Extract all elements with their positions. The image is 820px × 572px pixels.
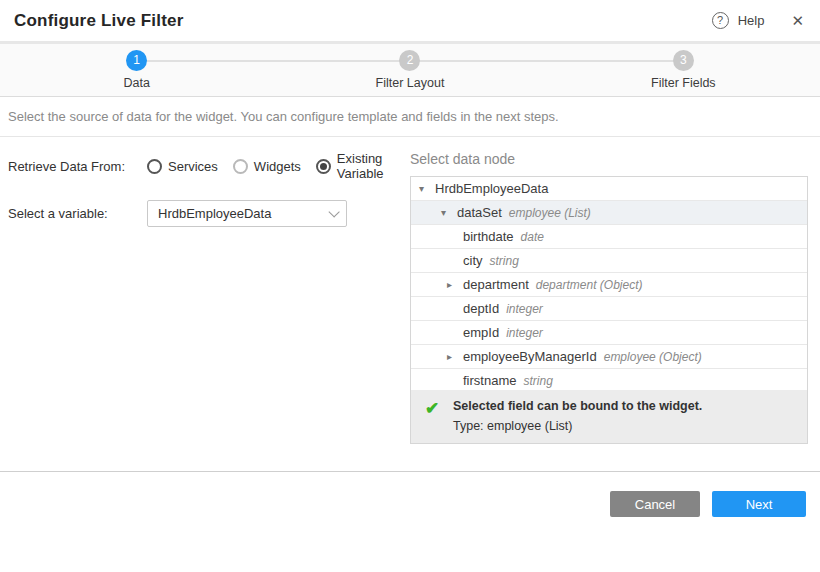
header-actions: ? Help ✕: [712, 12, 804, 30]
tree-node-city[interactable]: citystring: [411, 249, 807, 273]
main-content: Retrieve Data From: ServicesWidgetsExist…: [0, 137, 820, 459]
tree-node-name: empId: [463, 325, 499, 340]
tree-node-dataSet[interactable]: ▾dataSetemployee (List): [411, 201, 807, 225]
page-title: Configure Live Filter: [14, 11, 184, 31]
stepper-steps: 1Data2Filter Layout3Filter Fields: [0, 50, 820, 96]
variable-select-value: HrdbEmployeeData: [158, 206, 328, 221]
step-label: Filter Fields: [651, 76, 716, 90]
binding-status-text: Selected field can be bound to the widge…: [453, 399, 702, 433]
tree-node-type: string: [523, 374, 552, 388]
radio-option-label: Existing Variable: [337, 151, 410, 181]
binding-status-box: ✔ Selected field can be bound to the wid…: [411, 390, 807, 443]
tree-node-name: city: [463, 253, 483, 268]
radio-option-widgets[interactable]: Widgets: [233, 159, 301, 174]
tree-node-birthdate[interactable]: birthdatedate: [411, 225, 807, 249]
close-icon[interactable]: ✕: [791, 12, 804, 30]
tree-node-type: date: [521, 230, 544, 244]
step-number-badge: 3: [673, 50, 694, 71]
tree-node-type: employee (List): [509, 206, 591, 220]
radio-button-icon: [233, 159, 248, 174]
binding-status-line1: Selected field can be bound to the widge…: [453, 399, 702, 413]
radio-button-icon: [147, 159, 162, 174]
tree-node-name: HrdbEmployeeData: [435, 181, 548, 196]
tree-node-type: integer: [506, 326, 543, 340]
radio-option-label: Services: [168, 159, 218, 174]
tree-node-name: deptId: [463, 301, 499, 316]
cancel-button[interactable]: Cancel: [610, 491, 700, 517]
tree-node-name: firstname: [463, 373, 516, 388]
tree-node-firstname[interactable]: firstnamestring: [411, 369, 807, 390]
tree-node-name: dataSet: [457, 205, 502, 220]
chevron-down-icon: [328, 206, 339, 217]
data-node-tree-box: ▾HrdbEmployeeData▾dataSetemployee (List)…: [410, 176, 808, 444]
step-label: Data: [123, 76, 149, 90]
stepper-step-data[interactable]: 1Data: [0, 50, 273, 96]
source-form: Retrieve Data From: ServicesWidgetsExist…: [8, 151, 410, 459]
step-label: Filter Layout: [376, 76, 445, 90]
variable-label: Select a variable:: [8, 206, 147, 221]
expand-arrow-icon[interactable]: ▸: [447, 351, 463, 362]
tree-node-name: department: [463, 277, 529, 292]
tree-node-empId[interactable]: empIdinteger: [411, 321, 807, 345]
configure-live-filter-dialog: Configure Live Filter ? Help ✕ 1Data2Fil…: [0, 0, 820, 572]
variable-row: Select a variable: HrdbEmployeeData: [8, 200, 410, 227]
expand-arrow-icon[interactable]: ▸: [447, 279, 463, 290]
tree-node-deptId[interactable]: deptIdinteger: [411, 297, 807, 321]
retrieve-data-row: Retrieve Data From: ServicesWidgetsExist…: [8, 151, 410, 181]
dialog-header: Configure Live Filter ? Help ✕: [0, 0, 820, 44]
data-node-panel: Select data node ▾HrdbEmployeeData▾dataS…: [410, 151, 808, 459]
collapse-arrow-icon[interactable]: ▾: [419, 183, 435, 194]
tree-node-type: integer: [506, 302, 543, 316]
help-link[interactable]: Help: [738, 13, 765, 28]
radio-option-existing-variable[interactable]: Existing Variable: [316, 151, 410, 181]
stepper-step-filter-fields[interactable]: 3Filter Fields: [547, 50, 820, 96]
footer-actions: Cancel Next: [0, 472, 820, 517]
success-check-icon: ✔: [425, 399, 453, 433]
source-radio-group: ServicesWidgetsExisting Variable: [147, 151, 410, 181]
collapse-arrow-icon[interactable]: ▾: [441, 207, 457, 218]
data-node-tree: ▾HrdbEmployeeData▾dataSetemployee (List)…: [411, 177, 807, 390]
tree-node-name: employeeByManagerId: [463, 349, 597, 364]
radio-option-services[interactable]: Services: [147, 159, 218, 174]
tree-node-employeeByManagerId[interactable]: ▸employeeByManagerIdemployee (Object): [411, 345, 807, 369]
data-node-title: Select data node: [410, 151, 808, 167]
next-button[interactable]: Next: [712, 491, 806, 517]
tree-node-department[interactable]: ▸departmentdepartment (Object): [411, 273, 807, 297]
radio-option-label: Widgets: [254, 159, 301, 174]
tree-node-HrdbEmployeeData[interactable]: ▾HrdbEmployeeData: [411, 177, 807, 201]
retrieve-data-label: Retrieve Data From:: [8, 159, 147, 174]
tree-node-type: string: [490, 254, 519, 268]
radio-button-icon: [316, 159, 331, 174]
wizard-stepper: 1Data2Filter Layout3Filter Fields: [0, 44, 820, 97]
binding-status-line2: Type: employee (List): [453, 419, 702, 433]
tree-node-name: birthdate: [463, 229, 514, 244]
step-number-badge: 1: [126, 50, 147, 71]
variable-select[interactable]: HrdbEmployeeData: [147, 200, 347, 227]
step-description: Select the source of data for the widget…: [0, 97, 820, 137]
step-number-badge: 2: [399, 50, 420, 71]
stepper-step-filter-layout[interactable]: 2Filter Layout: [273, 50, 546, 96]
help-icon[interactable]: ?: [712, 12, 729, 29]
tree-node-type: department (Object): [536, 278, 643, 292]
tree-node-type: employee (Object): [604, 350, 702, 364]
